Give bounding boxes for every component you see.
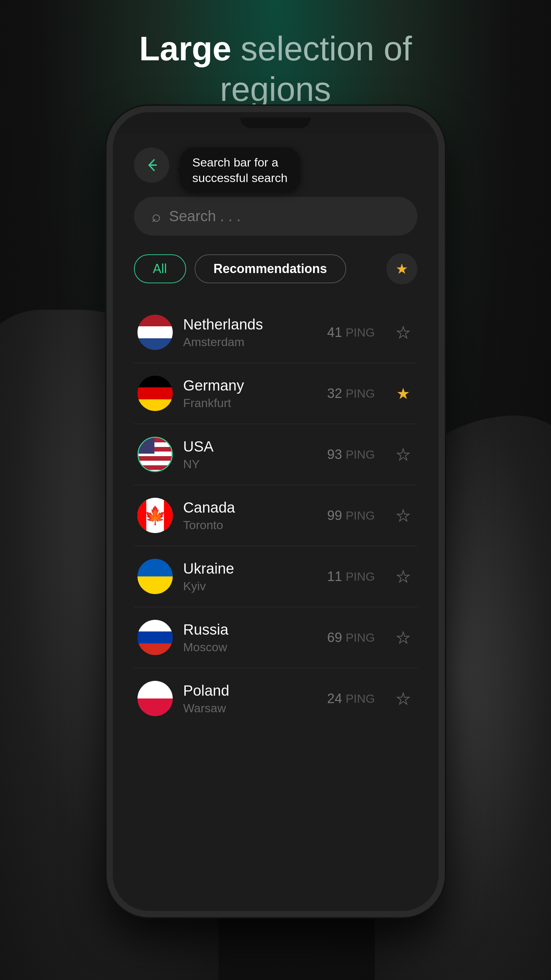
phone-mute-button: [106, 235, 110, 264]
server-info-canada: Canada Toronto: [183, 499, 317, 532]
ping-value-russia: 69: [327, 630, 342, 645]
server-info-ukraine: Ukraine Kyiv: [183, 560, 317, 593]
star-icon-russia: ★: [396, 628, 410, 647]
fav-star-canada[interactable]: ★: [393, 505, 414, 526]
flag-usa: [138, 437, 173, 472]
server-name-usa: USA: [183, 438, 317, 455]
phone-wrapper: Search bar for asuccessful search ⌕ Sear…: [99, 106, 452, 917]
fav-star-russia[interactable]: ★: [393, 627, 414, 648]
flag-ukraine: [138, 559, 173, 594]
star-icon-canada: ★: [396, 507, 410, 525]
tab-recommendations[interactable]: Recommendations: [195, 255, 346, 283]
tooltip-text: Search bar for asuccessful search: [192, 156, 287, 185]
phone-volume-down-button: [106, 345, 110, 391]
tooltip-bubble: Search bar for asuccessful search: [180, 148, 300, 192]
star-icon-usa: ★: [396, 445, 410, 463]
tab-all[interactable]: All: [134, 255, 186, 283]
server-item-russia[interactable]: Russia Moscow 69 PING ★: [134, 607, 418, 668]
server-list: Netherlands Amsterdam 41 PING ★ Ger: [134, 302, 418, 890]
server-name-netherlands: Netherlands: [183, 316, 317, 333]
back-button[interactable]: [134, 148, 169, 183]
server-info-germany: Germany Frankfurt: [183, 377, 317, 410]
server-name-germany: Germany: [183, 377, 317, 394]
server-item-ukraine[interactable]: Ukraine Kyiv 11 PING ★: [134, 546, 418, 607]
server-name-poland: Poland: [183, 682, 317, 699]
fav-star-poland[interactable]: ★: [393, 688, 414, 709]
server-city-germany: Frankfurt: [183, 396, 317, 410]
search-bar[interactable]: ⌕ Search . . .: [134, 197, 418, 235]
server-city-ukraine: Kyiv: [183, 579, 317, 593]
server-name-ukraine: Ukraine: [183, 560, 317, 577]
phone-power-button: [441, 253, 445, 296]
fav-star-germany[interactable]: ★: [393, 383, 414, 404]
flag-poland: [138, 681, 173, 716]
fav-star-ukraine[interactable]: ★: [393, 566, 414, 587]
search-icon: ⌕: [152, 207, 161, 225]
server-city-canada: Toronto: [183, 518, 317, 532]
ping-value-netherlands: 41: [327, 325, 342, 340]
star-icon: ★: [395, 261, 408, 277]
server-city-russia: Moscow: [183, 640, 317, 654]
server-item-usa[interactable]: USA NY 93 PING ★: [134, 424, 418, 485]
server-info-netherlands: Netherlands Amsterdam: [183, 316, 317, 349]
server-city-usa: NY: [183, 457, 317, 471]
server-name-canada: Canada: [183, 499, 317, 516]
hero-title-rest: selection of: [231, 30, 412, 67]
fav-star-usa[interactable]: ★: [393, 444, 414, 465]
ping-value-ukraine: 11: [327, 569, 342, 584]
flag-canada: 🍁: [138, 498, 173, 533]
star-icon-poland: ★: [396, 690, 410, 708]
ping-label-usa: PING: [346, 448, 375, 461]
phone-notch: [240, 118, 311, 128]
server-info-russia: Russia Moscow: [183, 621, 317, 654]
phone-top-bar: [113, 112, 438, 134]
server-name-russia: Russia: [183, 621, 317, 638]
ping-label-ukraine: PING: [346, 570, 375, 584]
flag-germany: [138, 376, 173, 411]
ping-value-poland: 24: [327, 691, 342, 706]
ping-label-netherlands: PING: [346, 326, 375, 339]
ping-value-germany: 32: [327, 386, 342, 401]
ping-poland: 24 PING: [327, 691, 375, 706]
tab-favorites-button[interactable]: ★: [386, 253, 418, 284]
phone-volume-up-button: [106, 282, 110, 328]
hero-title-line2: regions: [220, 70, 331, 108]
server-item-canada[interactable]: 🍁 Canada Toronto 99 PING ★: [134, 485, 418, 546]
server-info-poland: Poland Warsaw: [183, 682, 317, 715]
phone-screen: Search bar for asuccessful search ⌕ Sear…: [113, 134, 438, 911]
ping-label-russia: PING: [346, 631, 375, 644]
star-icon-germany: ★: [396, 385, 410, 402]
fav-star-netherlands[interactable]: ★: [393, 322, 414, 343]
server-city-poland: Warsaw: [183, 701, 317, 715]
maple-leaf-icon: 🍁: [144, 505, 166, 526]
ping-label-germany: PING: [346, 387, 375, 400]
phone-device: Search bar for asuccessful search ⌕ Sear…: [106, 106, 445, 917]
ping-ukraine: 11 PING: [327, 569, 375, 584]
server-city-netherlands: Amsterdam: [183, 335, 317, 349]
ping-usa: 93 PING: [327, 447, 375, 462]
server-item-poland[interactable]: Poland Warsaw 24 PING ★: [134, 668, 418, 729]
flag-russia: [138, 620, 173, 655]
ping-value-canada: 99: [327, 508, 342, 523]
hero-title: Large selection of regions: [139, 28, 412, 109]
hero-title-bold: Large: [139, 30, 231, 67]
server-item-germany[interactable]: Germany Frankfurt 32 PING ★: [134, 363, 418, 424]
ping-label-poland: PING: [346, 692, 375, 706]
filter-tabs: All Recommendations ★: [134, 253, 418, 284]
search-placeholder: Search . . .: [169, 208, 241, 225]
server-info-usa: USA NY: [183, 438, 317, 471]
star-icon-ukraine: ★: [396, 568, 410, 585]
ping-label-canada: PING: [346, 509, 375, 522]
ping-canada: 99 PING: [327, 508, 375, 523]
ping-netherlands: 41 PING: [327, 325, 375, 340]
server-item-netherlands[interactable]: Netherlands Amsterdam 41 PING ★: [134, 302, 418, 363]
ping-value-usa: 93: [327, 447, 342, 462]
top-nav: Search bar for asuccessful search: [134, 148, 418, 183]
ping-germany: 32 PING: [327, 386, 375, 401]
ping-russia: 69 PING: [327, 630, 375, 645]
star-icon-netherlands: ★: [396, 323, 410, 342]
flag-netherlands: [138, 315, 173, 350]
